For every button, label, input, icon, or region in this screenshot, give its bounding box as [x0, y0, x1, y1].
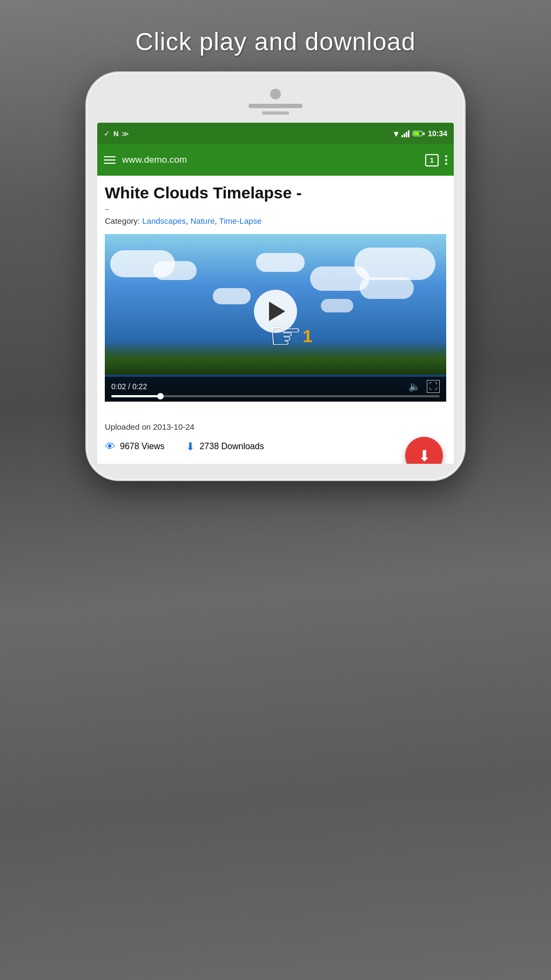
volume-icon[interactable]: 🔈: [408, 381, 420, 392]
phone-camera: [270, 89, 281, 99]
views-count: 9678 Views: [120, 442, 164, 451]
category-label: Category:: [105, 216, 140, 225]
stats-row: 👁 9678 Views ⬇ 2738 Downloads: [105, 440, 446, 453]
video-time-display: 0:02 / 0:22: [111, 382, 147, 391]
arrow-notification-icon: ≫: [122, 130, 129, 138]
status-bar-right: ▾ 10:34: [394, 129, 447, 139]
fab-container: ⬇ ☞ 2: [405, 437, 443, 464]
downloads-count: 2738 Downloads: [199, 442, 264, 451]
video-player[interactable]: ☞ 1 0:02 / 0:22 🔈 ⛶: [105, 234, 446, 402]
video-progress-bar[interactable]: [111, 395, 440, 397]
phone-top-decoration: [97, 89, 454, 115]
cursor-number-1: 1: [303, 326, 313, 346]
category-timelapse-link[interactable]: Time-Lapse: [219, 216, 262, 225]
category-landscapes-link[interactable]: Landscapes: [142, 216, 186, 225]
phone-sensor: [262, 111, 289, 115]
page-subtitle: –: [105, 205, 446, 213]
status-time: 10:34: [428, 129, 447, 138]
video-controls: 0:02 / 0:22 🔈 ⛶: [105, 377, 446, 402]
download-fab-icon: ⬇: [418, 447, 431, 464]
category-nature-link[interactable]: Nature: [190, 216, 214, 225]
views-stat: 👁 9678 Views: [105, 441, 164, 453]
video-info-section: Uploaded on 2013-10-24 👁 9678 Views ⬇ 27…: [97, 412, 454, 464]
downloads-icon: ⬇: [186, 440, 195, 453]
upload-date: Uploaded on 2013-10-24: [105, 422, 446, 431]
phone-device: ✓ N ≫ ▾: [86, 72, 465, 480]
phone-screen: ✓ N ≫ ▾: [97, 123, 454, 464]
instruction-text: Click play and download: [135, 27, 415, 56]
n-notification-icon: N: [113, 130, 118, 138]
video-progress-fill: [111, 395, 160, 397]
url-bar[interactable]: www.demo.com: [122, 155, 419, 165]
check-notification-icon: ✓: [104, 129, 110, 138]
video-time-row: 0:02 / 0:22 🔈 ⛶: [111, 380, 440, 393]
battery-icon: [413, 131, 425, 136]
views-icon: 👁: [105, 441, 116, 453]
browser-bar: www.demo.com 1: [97, 144, 454, 176]
signal-icon: [401, 130, 409, 137]
video-control-icons: 🔈 ⛶: [408, 380, 440, 393]
menu-button[interactable]: [104, 156, 116, 164]
category-line: Category: Landscapes, Nature, Time-Lapse: [105, 216, 446, 225]
fullscreen-icon[interactable]: ⛶: [427, 380, 440, 393]
phone-speaker: [248, 104, 303, 108]
tab-count-badge[interactable]: 1: [425, 154, 439, 166]
downloads-stat: ⬇ 2738 Downloads: [186, 440, 264, 453]
overflow-menu-button[interactable]: [445, 155, 447, 165]
status-bar: ✓ N ≫ ▾: [97, 123, 454, 144]
video-clouds: [105, 245, 446, 256]
wifi-icon: ▾: [394, 129, 398, 139]
video-progress-handle[interactable]: [157, 393, 164, 399]
web-page-content: White Clouds Timelapse - – Category: Lan…: [97, 176, 454, 412]
page-title: White Clouds Timelapse -: [105, 183, 446, 203]
status-bar-left: ✓ N ≫: [104, 129, 129, 138]
download-fab-button[interactable]: ⬇: [405, 437, 443, 464]
cursor-hand-1: ☞: [268, 314, 303, 358]
